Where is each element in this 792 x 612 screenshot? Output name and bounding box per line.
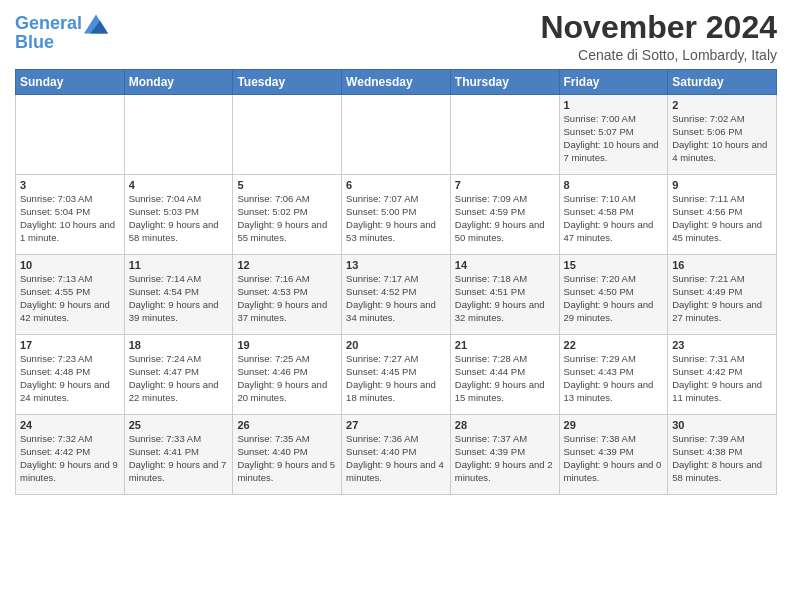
logo-text: General bbox=[15, 14, 82, 34]
logo: General Blue bbox=[15, 14, 108, 53]
day-number: 27 bbox=[346, 419, 446, 431]
table-cell bbox=[16, 95, 125, 175]
day-number: 6 bbox=[346, 179, 446, 191]
day-number: 22 bbox=[564, 339, 664, 351]
day-number: 30 bbox=[672, 419, 772, 431]
logo-icon bbox=[84, 14, 108, 34]
day-info: Sunrise: 7:17 AM Sunset: 4:52 PM Dayligh… bbox=[346, 273, 446, 324]
day-number: 1 bbox=[564, 99, 664, 111]
day-info: Sunrise: 7:02 AM Sunset: 5:06 PM Dayligh… bbox=[672, 113, 772, 164]
table-cell: 5Sunrise: 7:06 AM Sunset: 5:02 PM Daylig… bbox=[233, 175, 342, 255]
table-cell: 20Sunrise: 7:27 AM Sunset: 4:45 PM Dayli… bbox=[342, 335, 451, 415]
day-info: Sunrise: 7:09 AM Sunset: 4:59 PM Dayligh… bbox=[455, 193, 555, 244]
day-number: 28 bbox=[455, 419, 555, 431]
table-cell: 6Sunrise: 7:07 AM Sunset: 5:00 PM Daylig… bbox=[342, 175, 451, 255]
table-cell: 11Sunrise: 7:14 AM Sunset: 4:54 PM Dayli… bbox=[124, 255, 233, 335]
day-number: 2 bbox=[672, 99, 772, 111]
day-number: 16 bbox=[672, 259, 772, 271]
col-saturday: Saturday bbox=[668, 70, 777, 95]
day-number: 3 bbox=[20, 179, 120, 191]
table-cell: 21Sunrise: 7:28 AM Sunset: 4:44 PM Dayli… bbox=[450, 335, 559, 415]
calendar-week-2: 3Sunrise: 7:03 AM Sunset: 5:04 PM Daylig… bbox=[16, 175, 777, 255]
table-cell bbox=[450, 95, 559, 175]
day-number: 4 bbox=[129, 179, 229, 191]
col-sunday: Sunday bbox=[16, 70, 125, 95]
day-number: 14 bbox=[455, 259, 555, 271]
table-cell: 1Sunrise: 7:00 AM Sunset: 5:07 PM Daylig… bbox=[559, 95, 668, 175]
day-number: 10 bbox=[20, 259, 120, 271]
header: General Blue November 2024 Cenate di Sot… bbox=[15, 10, 777, 63]
calendar-header-row: Sunday Monday Tuesday Wednesday Thursday… bbox=[16, 70, 777, 95]
title-block: November 2024 Cenate di Sotto, Lombardy,… bbox=[540, 10, 777, 63]
col-wednesday: Wednesday bbox=[342, 70, 451, 95]
day-number: 18 bbox=[129, 339, 229, 351]
col-monday: Monday bbox=[124, 70, 233, 95]
table-cell: 14Sunrise: 7:18 AM Sunset: 4:51 PM Dayli… bbox=[450, 255, 559, 335]
calendar-week-4: 17Sunrise: 7:23 AM Sunset: 4:48 PM Dayli… bbox=[16, 335, 777, 415]
table-cell: 25Sunrise: 7:33 AM Sunset: 4:41 PM Dayli… bbox=[124, 415, 233, 495]
day-info: Sunrise: 7:31 AM Sunset: 4:42 PM Dayligh… bbox=[672, 353, 772, 404]
day-number: 8 bbox=[564, 179, 664, 191]
table-cell: 15Sunrise: 7:20 AM Sunset: 4:50 PM Dayli… bbox=[559, 255, 668, 335]
table-cell: 28Sunrise: 7:37 AM Sunset: 4:39 PM Dayli… bbox=[450, 415, 559, 495]
day-info: Sunrise: 7:29 AM Sunset: 4:43 PM Dayligh… bbox=[564, 353, 664, 404]
table-cell: 17Sunrise: 7:23 AM Sunset: 4:48 PM Dayli… bbox=[16, 335, 125, 415]
table-cell: 8Sunrise: 7:10 AM Sunset: 4:58 PM Daylig… bbox=[559, 175, 668, 255]
day-number: 7 bbox=[455, 179, 555, 191]
table-cell: 10Sunrise: 7:13 AM Sunset: 4:55 PM Dayli… bbox=[16, 255, 125, 335]
table-cell: 30Sunrise: 7:39 AM Sunset: 4:38 PM Dayli… bbox=[668, 415, 777, 495]
day-info: Sunrise: 7:16 AM Sunset: 4:53 PM Dayligh… bbox=[237, 273, 337, 324]
month-title: November 2024 bbox=[540, 10, 777, 45]
day-info: Sunrise: 7:35 AM Sunset: 4:40 PM Dayligh… bbox=[237, 433, 337, 484]
day-info: Sunrise: 7:24 AM Sunset: 4:47 PM Dayligh… bbox=[129, 353, 229, 404]
table-cell: 24Sunrise: 7:32 AM Sunset: 4:42 PM Dayli… bbox=[16, 415, 125, 495]
col-thursday: Thursday bbox=[450, 70, 559, 95]
day-info: Sunrise: 7:20 AM Sunset: 4:50 PM Dayligh… bbox=[564, 273, 664, 324]
logo-line2: Blue bbox=[15, 32, 108, 53]
calendar-table: Sunday Monday Tuesday Wednesday Thursday… bbox=[15, 69, 777, 495]
day-number: 9 bbox=[672, 179, 772, 191]
day-info: Sunrise: 7:10 AM Sunset: 4:58 PM Dayligh… bbox=[564, 193, 664, 244]
table-cell: 29Sunrise: 7:38 AM Sunset: 4:39 PM Dayli… bbox=[559, 415, 668, 495]
table-cell: 22Sunrise: 7:29 AM Sunset: 4:43 PM Dayli… bbox=[559, 335, 668, 415]
day-info: Sunrise: 7:13 AM Sunset: 4:55 PM Dayligh… bbox=[20, 273, 120, 324]
table-cell bbox=[342, 95, 451, 175]
day-info: Sunrise: 7:38 AM Sunset: 4:39 PM Dayligh… bbox=[564, 433, 664, 484]
col-friday: Friday bbox=[559, 70, 668, 95]
table-cell: 12Sunrise: 7:16 AM Sunset: 4:53 PM Dayli… bbox=[233, 255, 342, 335]
day-info: Sunrise: 7:11 AM Sunset: 4:56 PM Dayligh… bbox=[672, 193, 772, 244]
day-number: 26 bbox=[237, 419, 337, 431]
day-info: Sunrise: 7:07 AM Sunset: 5:00 PM Dayligh… bbox=[346, 193, 446, 244]
day-number: 11 bbox=[129, 259, 229, 271]
day-number: 23 bbox=[672, 339, 772, 351]
day-info: Sunrise: 7:27 AM Sunset: 4:45 PM Dayligh… bbox=[346, 353, 446, 404]
day-info: Sunrise: 7:21 AM Sunset: 4:49 PM Dayligh… bbox=[672, 273, 772, 324]
day-info: Sunrise: 7:06 AM Sunset: 5:02 PM Dayligh… bbox=[237, 193, 337, 244]
day-info: Sunrise: 7:23 AM Sunset: 4:48 PM Dayligh… bbox=[20, 353, 120, 404]
day-info: Sunrise: 7:36 AM Sunset: 4:40 PM Dayligh… bbox=[346, 433, 446, 484]
day-number: 15 bbox=[564, 259, 664, 271]
day-number: 13 bbox=[346, 259, 446, 271]
table-cell: 27Sunrise: 7:36 AM Sunset: 4:40 PM Dayli… bbox=[342, 415, 451, 495]
day-number: 24 bbox=[20, 419, 120, 431]
day-number: 21 bbox=[455, 339, 555, 351]
page-container: General Blue November 2024 Cenate di Sot… bbox=[0, 0, 792, 505]
day-number: 17 bbox=[20, 339, 120, 351]
table-cell: 3Sunrise: 7:03 AM Sunset: 5:04 PM Daylig… bbox=[16, 175, 125, 255]
table-cell: 13Sunrise: 7:17 AM Sunset: 4:52 PM Dayli… bbox=[342, 255, 451, 335]
day-info: Sunrise: 7:14 AM Sunset: 4:54 PM Dayligh… bbox=[129, 273, 229, 324]
table-cell bbox=[124, 95, 233, 175]
location: Cenate di Sotto, Lombardy, Italy bbox=[540, 47, 777, 63]
day-info: Sunrise: 7:37 AM Sunset: 4:39 PM Dayligh… bbox=[455, 433, 555, 484]
day-info: Sunrise: 7:33 AM Sunset: 4:41 PM Dayligh… bbox=[129, 433, 229, 484]
table-cell: 16Sunrise: 7:21 AM Sunset: 4:49 PM Dayli… bbox=[668, 255, 777, 335]
day-info: Sunrise: 7:25 AM Sunset: 4:46 PM Dayligh… bbox=[237, 353, 337, 404]
table-cell: 26Sunrise: 7:35 AM Sunset: 4:40 PM Dayli… bbox=[233, 415, 342, 495]
table-cell bbox=[233, 95, 342, 175]
day-number: 12 bbox=[237, 259, 337, 271]
col-tuesday: Tuesday bbox=[233, 70, 342, 95]
day-info: Sunrise: 7:39 AM Sunset: 4:38 PM Dayligh… bbox=[672, 433, 772, 484]
table-cell: 9Sunrise: 7:11 AM Sunset: 4:56 PM Daylig… bbox=[668, 175, 777, 255]
table-cell: 7Sunrise: 7:09 AM Sunset: 4:59 PM Daylig… bbox=[450, 175, 559, 255]
calendar-week-3: 10Sunrise: 7:13 AM Sunset: 4:55 PM Dayli… bbox=[16, 255, 777, 335]
